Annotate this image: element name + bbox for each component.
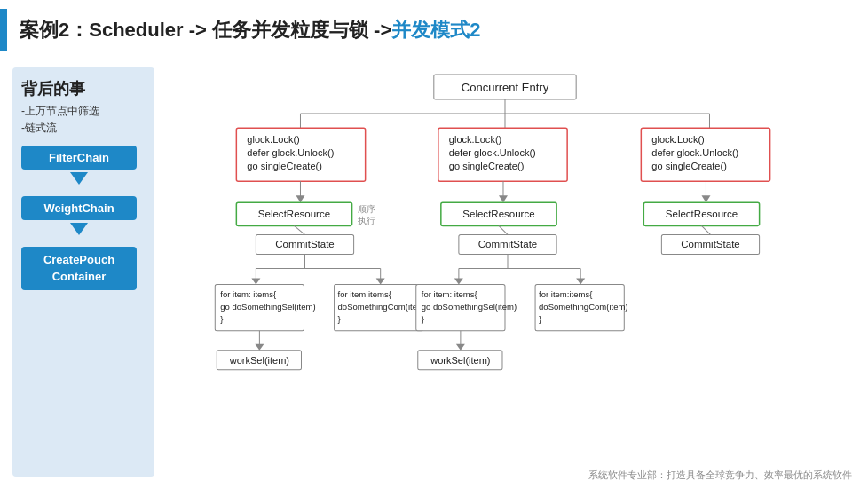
svg-text:workSel(item): workSel(item) <box>229 355 289 366</box>
svg-text:SelectResource: SelectResource <box>666 209 738 219</box>
svg-marker-71 <box>255 344 264 351</box>
svg-text:glock.Lock(): glock.Lock() <box>247 134 299 145</box>
svg-marker-24 <box>701 195 710 202</box>
svg-text:go singleCreate(): go singleCreate() <box>449 161 525 171</box>
svg-text:顺序: 顺序 <box>358 204 375 214</box>
title-highlight: 并发模式2 <box>391 19 480 41</box>
svg-text:go singleCreate(): go singleCreate() <box>651 161 727 171</box>
svg-line-41 <box>701 225 710 234</box>
svg-text:glock.Lock(): glock.Lock() <box>449 134 501 145</box>
svg-text:workSel(item): workSel(item) <box>430 355 490 366</box>
chain-createpouch: CreatePouchContainer <box>21 247 137 289</box>
diagram-svg: Concurrent Entry glock.Lock() defer gloc… <box>169 67 850 477</box>
svg-text:}: } <box>422 314 424 324</box>
svg-text:go singleCreate(): go singleCreate() <box>247 161 322 171</box>
svg-line-39 <box>294 225 304 234</box>
svg-marker-51 <box>454 279 463 285</box>
svg-text:SelectResource: SelectResource <box>258 209 330 219</box>
title-bar: 案例2：Scheduler -> 任务并发粒度与锁 ->并发模式2 <box>0 0 868 59</box>
title-accent <box>0 9 7 51</box>
svg-text:defer glock.Unlock(): defer glock.Unlock() <box>449 147 536 158</box>
svg-text:Concurrent Entry: Concurrent Entry <box>462 81 549 94</box>
svg-text:go doSomethingSel(item): go doSomethingSel(item) <box>220 302 315 312</box>
diagram-area: Concurrent Entry glock.Lock() defer gloc… <box>169 67 850 477</box>
bullet-1: -上万节点中筛选 <box>21 103 99 120</box>
svg-text:}: } <box>539 314 541 324</box>
svg-text:go doSomethingSel(item): go doSomethingSel(item) <box>422 302 517 312</box>
svg-text:SelectResource: SelectResource <box>462 209 534 219</box>
svg-line-40 <box>499 225 508 234</box>
footer-text: 系统软件专业部：打造具备全球竞争力、效率最优的系统软件 <box>588 469 852 480</box>
svg-marker-53 <box>576 279 585 285</box>
left-panel-bullets: -上万节点中筛选 -链式流 <box>21 103 99 137</box>
svg-text:}: } <box>338 314 341 324</box>
chain-weightchain: WeightChain <box>21 196 137 220</box>
svg-text:for item: items{: for item: items{ <box>220 289 277 299</box>
svg-text:CommitState: CommitState <box>478 239 538 249</box>
svg-text:for item: items{: for item: items{ <box>422 289 478 299</box>
main-content: 背后的事 -上万节点中筛选 -链式流 FilterChain WeightCha… <box>0 59 868 485</box>
page-title: 案例2：Scheduler -> 任务并发粒度与锁 ->并发模式2 <box>20 18 481 43</box>
svg-text:defer glock.Unlock(): defer glock.Unlock() <box>651 147 738 158</box>
footer: 系统软件专业部：打造具备全球竞争力、效率最优的系统软件 <box>588 469 852 482</box>
svg-text:执行: 执行 <box>358 216 375 225</box>
svg-marker-45 <box>251 279 260 285</box>
left-panel-title: 背后的事 <box>21 78 85 99</box>
left-panel: 背后的事 -上万节点中筛选 -链式流 FilterChain WeightCha… <box>12 67 154 477</box>
svg-marker-20 <box>296 195 304 202</box>
svg-text:CommitState: CommitState <box>275 239 335 249</box>
svg-text:doSomethingCom(item): doSomethingCom(item) <box>338 302 427 312</box>
svg-marker-22 <box>499 195 508 202</box>
svg-text:}: } <box>220 314 223 324</box>
arrow-2 <box>70 223 88 235</box>
svg-text:for item:items{: for item:items{ <box>539 289 593 299</box>
svg-text:glock.Lock(): glock.Lock() <box>651 134 704 145</box>
svg-text:CommitState: CommitState <box>681 239 740 249</box>
svg-marker-73 <box>456 344 465 351</box>
title-prefix: 案例2：Scheduler -> 任务并发粒度与锁 -> <box>20 19 391 41</box>
chain-filterchain: FilterChain <box>21 146 137 170</box>
svg-marker-47 <box>376 279 385 285</box>
bullet-2: -链式流 <box>21 120 99 137</box>
svg-text:for item:items{: for item:items{ <box>338 289 392 299</box>
svg-text:doSomethingCom(item): doSomethingCom(item) <box>539 302 627 312</box>
svg-text:defer glock.Unlock(): defer glock.Unlock() <box>247 147 334 158</box>
arrow-1 <box>70 172 88 185</box>
